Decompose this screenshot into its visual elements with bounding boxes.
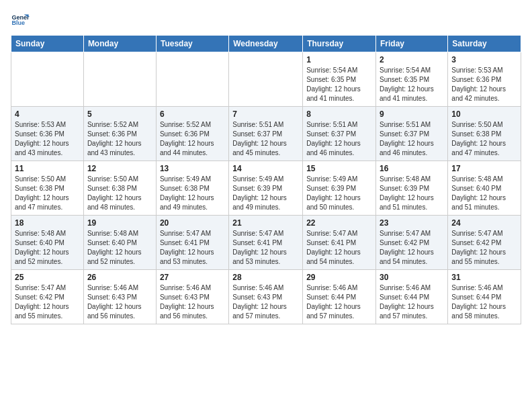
calendar-cell: 26Sunrise: 5:46 AM Sunset: 6:43 PM Dayli… [83,270,156,324]
day-info: Sunrise: 5:51 AM Sunset: 6:37 PM Dayligh… [380,120,444,158]
calendar-week-row: 18Sunrise: 5:48 AM Sunset: 6:40 PM Dayli… [11,216,521,270]
calendar-cell [229,52,303,107]
day-info: Sunrise: 5:46 AM Sunset: 6:43 PM Dayligh… [232,283,299,321]
calendar-cell: 9Sunrise: 5:51 AM Sunset: 6:37 PM Daylig… [376,107,448,161]
day-number: 1 [306,55,372,64]
calendar-cell: 13Sunrise: 5:49 AM Sunset: 6:38 PM Dayli… [156,161,228,216]
day-number: 10 [451,109,517,119]
calendar-cell: 29Sunrise: 5:46 AM Sunset: 6:44 PM Dayli… [303,270,376,324]
day-number: 12 [87,164,152,173]
day-info: Sunrise: 5:53 AM Sunset: 6:36 PM Dayligh… [451,66,517,103]
day-info: Sunrise: 5:47 AM Sunset: 6:42 PM Dayligh… [380,229,444,267]
day-number: 5 [87,109,152,119]
day-number: 4 [15,109,80,119]
logo: General Blue [11,11,30,30]
calendar-cell: 23Sunrise: 5:47 AM Sunset: 6:42 PM Dayli… [376,216,448,270]
day-number: 21 [232,218,299,228]
day-number: 25 [15,273,80,282]
day-number: 8 [306,109,372,119]
day-info: Sunrise: 5:46 AM Sunset: 6:44 PM Dayligh… [451,283,517,321]
calendar-week-row: 11Sunrise: 5:50 AM Sunset: 6:38 PM Dayli… [11,161,521,216]
calendar-cell: 17Sunrise: 5:48 AM Sunset: 6:40 PM Dayli… [448,161,521,216]
day-info: Sunrise: 5:49 AM Sunset: 6:39 PM Dayligh… [306,175,372,212]
day-info: Sunrise: 5:49 AM Sunset: 6:39 PM Dayligh… [232,175,299,212]
day-number: 24 [451,218,517,228]
calendar-cell: 15Sunrise: 5:49 AM Sunset: 6:39 PM Dayli… [303,161,376,216]
calendar-cell: 31Sunrise: 5:46 AM Sunset: 6:44 PM Dayli… [448,270,521,324]
day-number: 11 [15,164,80,173]
calendar-cell: 3Sunrise: 5:53 AM Sunset: 6:36 PM Daylig… [448,52,521,107]
day-number: 9 [380,109,444,119]
day-number: 31 [451,273,517,282]
calendar-cell: 30Sunrise: 5:46 AM Sunset: 6:44 PM Dayli… [376,270,448,324]
calendar-cell [83,52,156,107]
day-info: Sunrise: 5:48 AM Sunset: 6:40 PM Dayligh… [451,175,517,212]
calendar-cell: 14Sunrise: 5:49 AM Sunset: 6:39 PM Dayli… [229,161,303,216]
days-of-week-row: SundayMondayTuesdayWednesdayThursdayFrid… [11,36,521,52]
day-number: 7 [232,109,299,119]
day-number: 17 [451,164,517,173]
calendar-week-row: 25Sunrise: 5:47 AM Sunset: 6:42 PM Dayli… [11,270,521,324]
calendar-cell: 24Sunrise: 5:47 AM Sunset: 6:42 PM Dayli… [448,216,521,270]
day-number: 27 [160,273,225,282]
day-info: Sunrise: 5:46 AM Sunset: 6:43 PM Dayligh… [160,283,225,321]
day-info: Sunrise: 5:47 AM Sunset: 6:42 PM Dayligh… [15,283,80,321]
calendar-table: SundayMondayTuesdayWednesdayThursdayFrid… [11,35,521,324]
dow-header: Sunday [11,36,84,52]
logo-icon: General Blue [11,11,30,30]
calendar-body: 1Sunrise: 5:54 AM Sunset: 6:35 PM Daylig… [11,52,521,324]
calendar-cell: 5Sunrise: 5:52 AM Sunset: 6:36 PM Daylig… [83,107,156,161]
day-info: Sunrise: 5:53 AM Sunset: 6:36 PM Dayligh… [15,120,80,158]
day-info: Sunrise: 5:54 AM Sunset: 6:35 PM Dayligh… [380,66,444,103]
day-number: 15 [306,164,372,173]
day-info: Sunrise: 5:50 AM Sunset: 6:38 PM Dayligh… [15,175,80,212]
svg-text:Blue: Blue [11,19,25,26]
day-info: Sunrise: 5:48 AM Sunset: 6:40 PM Dayligh… [87,229,152,267]
calendar-cell: 16Sunrise: 5:48 AM Sunset: 6:39 PM Dayli… [376,161,448,216]
calendar-cell: 21Sunrise: 5:47 AM Sunset: 6:41 PM Dayli… [229,216,303,270]
dow-header: Thursday [303,36,376,52]
dow-header: Monday [83,36,156,52]
page-header: General Blue [11,11,521,30]
calendar-cell: 11Sunrise: 5:50 AM Sunset: 6:38 PM Dayli… [11,161,84,216]
calendar-cell: 6Sunrise: 5:52 AM Sunset: 6:36 PM Daylig… [156,107,228,161]
calendar-cell: 25Sunrise: 5:47 AM Sunset: 6:42 PM Dayli… [11,270,84,324]
day-info: Sunrise: 5:54 AM Sunset: 6:35 PM Dayligh… [306,66,372,103]
day-info: Sunrise: 5:52 AM Sunset: 6:36 PM Dayligh… [87,120,152,158]
dow-header: Saturday [448,36,521,52]
day-info: Sunrise: 5:47 AM Sunset: 6:42 PM Dayligh… [451,229,517,267]
calendar-cell [156,52,228,107]
dow-header: Tuesday [156,36,228,52]
dow-header: Friday [376,36,448,52]
calendar-cell: 27Sunrise: 5:46 AM Sunset: 6:43 PM Dayli… [156,270,228,324]
day-number: 20 [160,218,225,228]
day-number: 30 [380,273,444,282]
day-info: Sunrise: 5:50 AM Sunset: 6:38 PM Dayligh… [87,175,152,212]
day-info: Sunrise: 5:47 AM Sunset: 6:41 PM Dayligh… [232,229,299,267]
day-info: Sunrise: 5:46 AM Sunset: 6:44 PM Dayligh… [380,283,444,321]
day-info: Sunrise: 5:50 AM Sunset: 6:38 PM Dayligh… [451,120,517,158]
calendar-week-row: 1Sunrise: 5:54 AM Sunset: 6:35 PM Daylig… [11,52,521,107]
day-number: 23 [380,218,444,228]
calendar-cell: 19Sunrise: 5:48 AM Sunset: 6:40 PM Dayli… [83,216,156,270]
calendar-cell: 20Sunrise: 5:47 AM Sunset: 6:41 PM Dayli… [156,216,228,270]
day-number: 16 [380,164,444,173]
calendar-cell: 12Sunrise: 5:50 AM Sunset: 6:38 PM Dayli… [83,161,156,216]
calendar-cell: 4Sunrise: 5:53 AM Sunset: 6:36 PM Daylig… [11,107,84,161]
calendar-cell: 28Sunrise: 5:46 AM Sunset: 6:43 PM Dayli… [229,270,303,324]
day-info: Sunrise: 5:48 AM Sunset: 6:40 PM Dayligh… [15,229,80,267]
day-number: 19 [87,218,152,228]
calendar-week-row: 4Sunrise: 5:53 AM Sunset: 6:36 PM Daylig… [11,107,521,161]
day-number: 28 [232,273,299,282]
day-info: Sunrise: 5:48 AM Sunset: 6:39 PM Dayligh… [380,175,444,212]
day-info: Sunrise: 5:51 AM Sunset: 6:37 PM Dayligh… [306,120,372,158]
day-info: Sunrise: 5:47 AM Sunset: 6:41 PM Dayligh… [306,229,372,267]
calendar-cell: 18Sunrise: 5:48 AM Sunset: 6:40 PM Dayli… [11,216,84,270]
calendar-cell [11,52,84,107]
dow-header: Wednesday [229,36,303,52]
day-info: Sunrise: 5:49 AM Sunset: 6:38 PM Dayligh… [160,175,225,212]
calendar-cell: 22Sunrise: 5:47 AM Sunset: 6:41 PM Dayli… [303,216,376,270]
day-number: 14 [232,164,299,173]
day-info: Sunrise: 5:52 AM Sunset: 6:36 PM Dayligh… [160,120,225,158]
day-number: 22 [306,218,372,228]
